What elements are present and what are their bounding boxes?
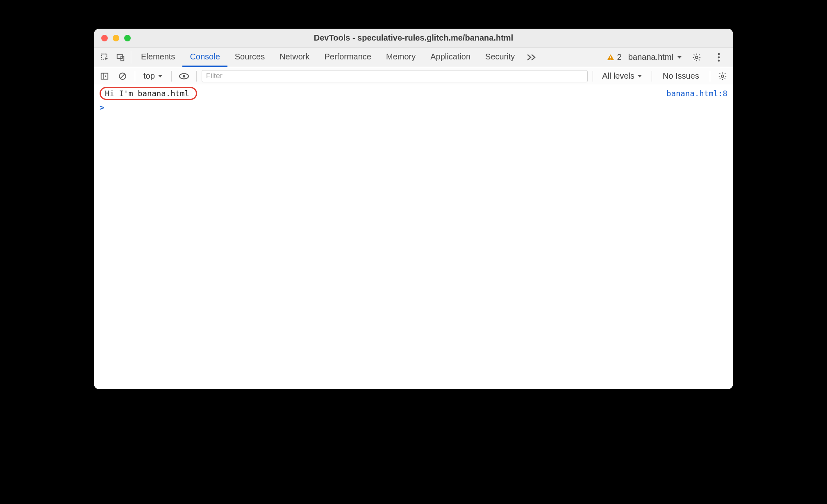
log-levels-select[interactable]: All levels	[598, 71, 647, 81]
window-title: DevTools - speculative-rules.glitch.me/b…	[314, 33, 513, 43]
console-filterbar: top All levels No Issues	[94, 67, 733, 85]
svg-rect-9	[101, 73, 108, 79]
settings-icon[interactable]	[689, 53, 704, 62]
svg-point-7	[718, 56, 720, 58]
svg-rect-3	[610, 56, 611, 58]
prompt-caret-icon: >	[100, 103, 104, 112]
devtools-window: DevTools - speculative-rules.glitch.me/b…	[94, 29, 733, 389]
tab-label: Memory	[386, 52, 416, 61]
tab-label: Application	[430, 52, 470, 61]
svg-point-14	[183, 75, 185, 77]
live-expression-icon[interactable]	[177, 69, 191, 84]
warnings-badge[interactable]: 2	[607, 52, 622, 62]
warning-count: 2	[617, 52, 622, 62]
devtools-tabsbar: Elements Console Sources Network Perform…	[94, 48, 733, 67]
divider	[652, 71, 652, 82]
kebab-menu-icon[interactable]	[711, 53, 727, 62]
filter-input[interactable]	[202, 70, 588, 82]
svg-point-15	[721, 75, 724, 77]
console-log-source-link[interactable]: banana.html:8	[666, 89, 727, 98]
svg-point-6	[718, 53, 720, 55]
svg-point-8	[718, 59, 720, 61]
chevron-down-icon	[677, 54, 682, 60]
close-icon[interactable]	[101, 35, 108, 41]
tab-memory[interactable]: Memory	[379, 48, 423, 67]
traffic-lights	[94, 35, 131, 41]
console-prompt-row[interactable]: >	[94, 101, 733, 114]
clear-console-icon[interactable]	[115, 69, 130, 84]
console-body: Hi I'm banana.html banana.html:8 >	[94, 85, 733, 389]
more-tabs-icon[interactable]	[522, 48, 541, 67]
maximize-icon[interactable]	[124, 35, 131, 41]
tab-label: Network	[279, 52, 309, 61]
context-label: top	[143, 71, 155, 81]
issues-button[interactable]: No Issues	[657, 71, 705, 81]
tab-sources[interactable]: Sources	[227, 48, 272, 67]
divider	[593, 71, 593, 82]
tab-performance[interactable]: Performance	[317, 48, 379, 67]
svg-point-5	[695, 56, 698, 59]
toggle-sidebar-icon[interactable]	[97, 69, 112, 84]
divider	[135, 71, 135, 82]
console-log-message: Hi I'm banana.html	[100, 87, 197, 100]
issues-label: No Issues	[663, 71, 699, 80]
divider	[171, 71, 172, 82]
svg-line-12	[120, 74, 125, 78]
tab-console[interactable]: Console	[182, 48, 227, 67]
tab-label: Console	[190, 52, 220, 61]
divider	[131, 51, 131, 64]
levels-label: All levels	[602, 71, 634, 81]
tab-elements[interactable]: Elements	[134, 48, 182, 67]
frame-chooser[interactable]: banana.html	[628, 52, 682, 62]
tab-label: Sources	[235, 52, 265, 61]
frame-label: banana.html	[628, 52, 673, 62]
tab-security[interactable]: Security	[478, 48, 522, 67]
chevron-down-icon	[637, 73, 643, 79]
chevron-down-icon	[157, 73, 163, 79]
right-toolbar: 2 banana.html	[607, 48, 730, 67]
highlighted-log-text: Hi I'm banana.html	[100, 87, 197, 100]
tab-label: Performance	[325, 52, 372, 61]
console-log-row[interactable]: Hi I'm banana.html banana.html:8	[94, 85, 733, 101]
tab-network[interactable]: Network	[272, 48, 317, 67]
svg-rect-4	[610, 59, 611, 59]
console-settings-icon[interactable]	[715, 69, 730, 84]
device-toolbar-icon[interactable]	[113, 48, 128, 67]
tab-application[interactable]: Application	[423, 48, 478, 67]
inspect-element-icon[interactable]	[97, 48, 113, 67]
panel-tabs: Elements Console Sources Network Perform…	[134, 48, 522, 67]
divider	[196, 71, 197, 82]
tab-label: Security	[485, 52, 515, 61]
divider	[710, 71, 710, 82]
context-select[interactable]: top	[140, 71, 166, 81]
titlebar: DevTools - speculative-rules.glitch.me/b…	[94, 29, 733, 48]
warning-icon	[607, 53, 615, 61]
minimize-icon[interactable]	[113, 35, 119, 41]
tab-label: Elements	[141, 52, 175, 61]
